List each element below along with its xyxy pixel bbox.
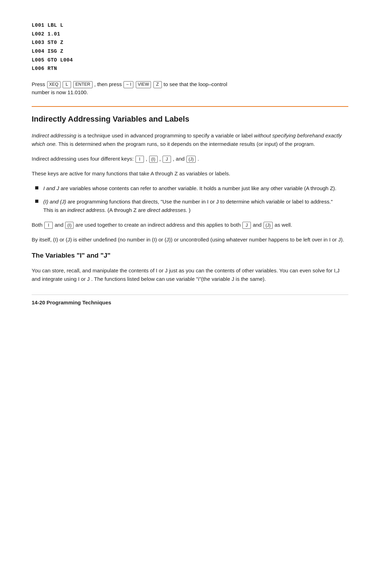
paragraph-1: Indirect addressing is a technique used … [32, 131, 348, 148]
bullet-square-2 [35, 200, 38, 203]
code-line-2: L002 1.01 [32, 30, 348, 39]
bullet-list: I and J are variables whose contents can… [32, 184, 348, 214]
p4-mid: are used together to create an indirect … [76, 222, 242, 228]
bullet-2-italic2: indirect address. [67, 207, 106, 213]
key-paren-i-box: (I) [149, 156, 158, 163]
section-divider [32, 106, 348, 107]
bullet-2-content: (I) and (J) are programming functions th… [43, 198, 348, 214]
code-block: L001 LBL L L002 1.01 L003 ST0 Z L004 ISG… [32, 21, 348, 73]
sub-paragraph-1: You can store, recall, and manipulate th… [32, 266, 348, 283]
p1-text1: is a technique used in advanced programm… [78, 133, 254, 138]
p2-comma2: , [159, 156, 162, 162]
p4-suffix: as well. [274, 222, 292, 228]
code-line-6: L006 RTN [32, 64, 348, 73]
key-j-box: J [163, 156, 171, 163]
bullet-2-text4: ) [189, 207, 191, 213]
key-i-p4: I [44, 222, 53, 229]
footer-page-ref: 14-20 [32, 299, 45, 305]
key-paren-j-p4: (J) [264, 222, 273, 229]
italic-indirect-addressing: Indirect addressing [32, 133, 76, 138]
bullet-square-1 [35, 186, 38, 189]
p1-text2: This is determined when the program runs… [58, 141, 315, 147]
bullet-item-2: (I) and (J) are programming functions th… [32, 198, 348, 214]
bullet-2-italic3: direct addresses. [147, 207, 187, 213]
key-z: Z [153, 81, 162, 88]
key-paren-j-box: (J) [186, 156, 196, 163]
bullet-1-italic: I and J [43, 185, 59, 191]
p2-comma3: , and [173, 156, 186, 162]
paragraph-4: Both I and (I) are used together to crea… [32, 221, 348, 229]
code-line-4: L004 ISG Z [32, 47, 348, 56]
p4-both: Both [32, 222, 44, 228]
bullet-2-text3: (A through Z are [108, 207, 147, 213]
bullet-2-text1: are programming functions that directs, … [68, 199, 333, 205]
key-paren-i-p4: (I) [65, 222, 74, 229]
sub-section-title: The Variables "I" and "J" [32, 250, 348, 260]
key-left-i: ←I [124, 81, 133, 88]
key-view: VIEW [136, 81, 151, 88]
code-line-1: L001 LBL L [32, 21, 348, 30]
paragraph-5: By itself, (I) or (J) is either undefine… [32, 235, 348, 244]
code-line-3: L003 ST0 Z [32, 38, 348, 47]
bullet-2-italic: (I) and (J) [43, 199, 66, 205]
code-line-5: L005 GTO L004 [32, 56, 348, 65]
bullet-1-content: I and J are variables whose contents can… [43, 184, 348, 193]
bullet-2-text2: This is an [43, 207, 67, 213]
press-instruction: Press XEQ L ENTER , then press ←I VIEW Z… [32, 80, 348, 97]
key-enter: ENTER [73, 81, 92, 88]
paragraph-3: These keys are active for many functions… [32, 169, 348, 178]
paragraph-2: Indirect addressing uses four different … [32, 155, 348, 163]
bullet-1-text: are variables whose contents can refer t… [61, 185, 336, 191]
press-then: , then press [94, 81, 124, 87]
key-i-box: I [135, 156, 144, 163]
key-l: L [63, 81, 71, 88]
footer: 14-20 Programming Techniques [32, 295, 348, 307]
p4-and2: and [253, 222, 263, 228]
bullet-item-1: I and J are variables whose contents can… [32, 184, 348, 193]
p4-and1: and [55, 222, 65, 228]
key-xeq: XEQ [47, 81, 61, 88]
section-title: Indirectly Addressing Variables and Labe… [32, 113, 348, 125]
key-j-p4: J [242, 222, 251, 229]
p2-period: . [198, 156, 199, 162]
p2-comma1: , [146, 156, 148, 162]
p2-prefix: Indirect addressing uses four different … [32, 156, 135, 162]
footer-label-text: Programming Techniques [46, 299, 111, 305]
press-prefix: Press [32, 81, 47, 87]
